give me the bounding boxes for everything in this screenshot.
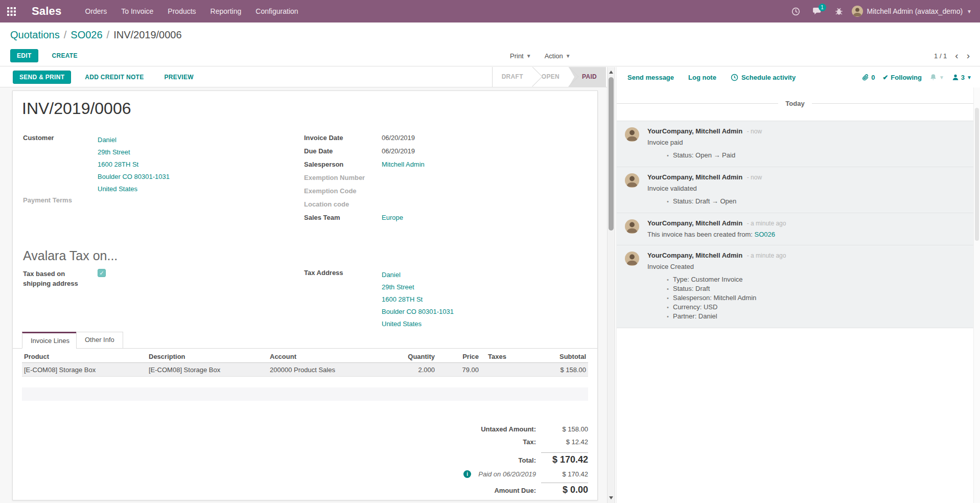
create-button[interactable]: CREATE (45, 49, 84, 62)
total-value: $ 170.42 (541, 454, 588, 465)
menu-reporting[interactable]: Reporting (204, 0, 248, 22)
customer-city-link[interactable]: Boulder CO 80301-1031 (98, 173, 170, 180)
message-count-badge: 1 (819, 4, 826, 11)
cell-product: [E-COM08] Storage Box (22, 366, 147, 374)
field-sales-team: Sales Team Europe (304, 214, 381, 221)
menu-to-invoice[interactable]: To Invoice (115, 0, 159, 22)
menu-products[interactable]: Products (161, 0, 202, 22)
customer-country-link[interactable]: United States (98, 185, 137, 193)
add-credit-note-button[interactable]: ADD CREDIT NOTE (78, 71, 150, 84)
debug-bug-icon[interactable] (830, 0, 848, 22)
notebook-tabs: Invoice Lines Other Info (13, 331, 597, 349)
attachments-count: 0 (871, 74, 875, 81)
paperclip-icon (862, 74, 869, 81)
col-description[interactable]: Description (147, 353, 268, 360)
scrollbar-thumb[interactable] (975, 108, 979, 241)
col-price[interactable]: Price (437, 353, 481, 360)
payment-info-icon[interactable]: i (463, 470, 471, 478)
payment-terms-label: Payment Terms (23, 196, 72, 204)
top-navbar: Sales Orders To Invoice Products Reporti… (0, 0, 980, 22)
tax-address-name-link[interactable]: Daniel (382, 271, 401, 279)
col-quantity[interactable]: Quantity (401, 353, 437, 360)
scrollbar-thumb[interactable] (609, 77, 614, 231)
customer-street2-link[interactable]: 1600 28TH St (98, 161, 138, 168)
messages-icon[interactable]: 1 (809, 0, 826, 22)
customer-name-link[interactable]: Daniel (98, 136, 116, 144)
breadcrumb-separator: / (64, 29, 67, 40)
activities-clock-icon[interactable] (787, 0, 805, 22)
app-brand[interactable]: Sales (32, 5, 62, 18)
tab-invoice-lines[interactable]: Invoice Lines (22, 332, 78, 349)
chevron-down-icon: ▼ (967, 75, 972, 80)
breadcrumb-quotations-link[interactable]: Quotations (10, 29, 60, 40)
breadcrumb-current: INV/2019/0006 (113, 29, 181, 40)
col-taxes[interactable]: Taxes (481, 353, 528, 360)
pager-next-icon[interactable]: › (967, 51, 970, 61)
schedule-activity-button[interactable]: Schedule activity (731, 74, 796, 81)
invoice-sheet: INV/2019/0006 Customer Daniel 29th Stree… (12, 90, 598, 500)
message-invoice-validated: YourCompany, Mitchell Admin - now Invoic… (617, 167, 973, 213)
col-account[interactable]: Account (268, 353, 401, 360)
following-button[interactable]: ✔ Following (882, 74, 922, 81)
send-message-button[interactable]: Send message (627, 74, 674, 81)
field-due-date: Due Date 06/20/2019 (304, 147, 381, 155)
pager-previous-icon[interactable]: ‹ (955, 51, 958, 61)
user-menu[interactable]: Mitchell Admin (avatax_demo) ▼ (852, 6, 972, 17)
source-order-link[interactable]: SO026 (755, 231, 775, 238)
untaxed-amount-value: $ 158.00 (541, 425, 588, 433)
table-header-row: Product Description Account Quantity Pri… (22, 351, 588, 363)
action-dropdown[interactable]: Action ▼ (545, 52, 571, 60)
avatar[interactable] (625, 252, 639, 266)
breadcrumb-separator: / (107, 29, 110, 40)
breadcrumb-so026-link[interactable]: SO026 (71, 29, 102, 40)
date-divider: Today (617, 100, 973, 107)
log-note-button[interactable]: Log note (688, 74, 716, 81)
empty-list-strip (22, 387, 588, 401)
apps-grid-icon[interactable] (0, 0, 22, 22)
message-author[interactable]: YourCompany, Mitchell Admin (647, 219, 742, 227)
tracking-values: Status: Draft → Open (667, 197, 966, 206)
customer-address: Daniel 29th Street 1600 28TH St Boulder … (98, 134, 170, 195)
cell-account: 200000 Product Sales (268, 366, 401, 374)
tax-shipping-checkbox[interactable]: ✓ (98, 269, 106, 277)
edit-button[interactable]: EDIT (10, 49, 38, 62)
salesperson-link[interactable]: Mitchell Admin (382, 161, 425, 168)
message-author[interactable]: YourCompany, Mitchell Admin (647, 127, 742, 135)
odoo-sales-app: Sales Orders To Invoice Products Reporti… (0, 0, 980, 503)
notify-bell-dropdown[interactable]: ▼ (929, 74, 944, 81)
message-author[interactable]: YourCompany, Mitchell Admin (647, 173, 742, 181)
tax-address-street-link[interactable]: 29th Street (382, 283, 414, 291)
field-location-code: Location code (304, 200, 381, 208)
tracking-values: Type: Customer Invoice Status: Draft Sal… (667, 275, 966, 321)
send-print-button[interactable]: SEND & PRINT (13, 71, 71, 84)
scroll-up-icon[interactable] (608, 68, 615, 76)
avatar[interactable] (625, 127, 639, 142)
apps-grid-icon (7, 7, 16, 16)
avatar[interactable] (625, 173, 639, 188)
chatter-scrollbar[interactable] (973, 87, 980, 503)
tax-address-street2-link[interactable]: 1600 28TH St (382, 295, 423, 303)
check-icon: ✔ (882, 74, 888, 81)
preview-button[interactable]: PREVIEW (157, 71, 200, 84)
menu-configuration[interactable]: Configuration (249, 0, 304, 22)
followers-dropdown[interactable]: 3 ▼ (952, 74, 972, 81)
attachments-button[interactable]: 0 (862, 74, 875, 81)
cell-quantity: 2.000 (401, 366, 437, 374)
col-product[interactable]: Product (22, 353, 147, 360)
table-row[interactable]: [E-COM08] Storage Box [E-COM08] Storage … (22, 363, 588, 377)
tax-address-country-link[interactable]: United States (382, 320, 422, 328)
record-buttons: EDIT CREATE (10, 49, 84, 62)
customer-street-link[interactable]: 29th Street (98, 148, 130, 156)
print-dropdown[interactable]: Print ▼ (510, 52, 531, 60)
menu-orders[interactable]: Orders (79, 0, 113, 22)
message-invoice-paid: YourCompany, Mitchell Admin - now Invoic… (617, 121, 973, 167)
sales-team-link[interactable]: Europe (382, 214, 403, 221)
form-scrollbar[interactable] (607, 67, 615, 503)
avatar[interactable] (625, 219, 639, 234)
scroll-down-icon[interactable] (608, 494, 615, 501)
status-step-draft[interactable]: DRAFT (493, 67, 532, 87)
col-subtotal[interactable]: Subtotal (528, 353, 588, 360)
tab-other-info[interactable]: Other Info (76, 332, 123, 349)
tax-address-city-link[interactable]: Boulder CO 80301-1031 (382, 308, 454, 315)
message-author[interactable]: YourCompany, Mitchell Admin (647, 252, 742, 259)
